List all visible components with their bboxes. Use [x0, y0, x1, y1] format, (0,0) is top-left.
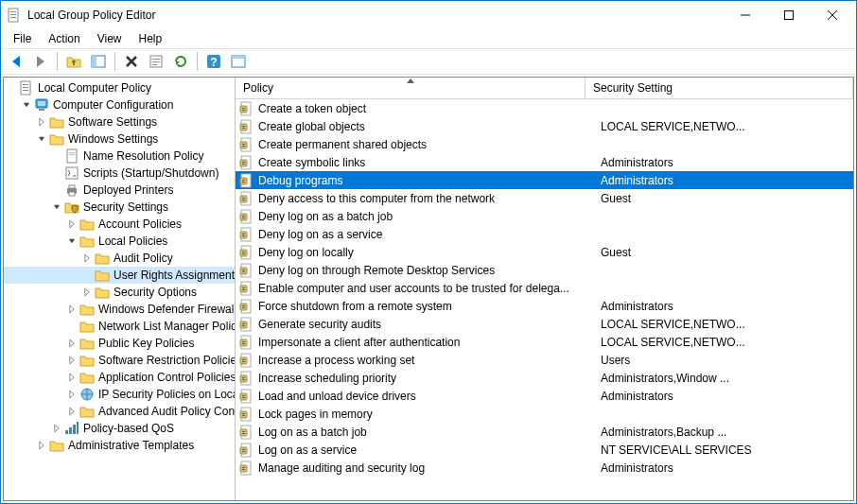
- tree-item[interactable]: Local Computer Policy: [4, 79, 235, 96]
- policy-name: Manage auditing and security log: [258, 461, 601, 475]
- policy-name: Log on as a service: [258, 443, 601, 457]
- policy-row[interactable]: Create a token object: [236, 99, 853, 117]
- tree-item[interactable]: IP Security Policies on Local Computer: [4, 386, 235, 403]
- collapse-icon[interactable]: [64, 234, 79, 249]
- tree-item[interactable]: Network List Manager Policies: [4, 318, 235, 335]
- menu-view[interactable]: View: [89, 30, 131, 47]
- policy-row[interactable]: Deny log on through Remote Desktop Servi…: [236, 261, 853, 279]
- policy-row[interactable]: Impersonate a client after authenticatio…: [236, 333, 853, 351]
- folder-icon: [79, 370, 95, 385]
- tree-item[interactable]: Administrative Templates: [4, 437, 235, 454]
- policy-row[interactable]: Increase a process working setUsers: [236, 351, 853, 369]
- folder-icon: [95, 285, 110, 300]
- expand-icon[interactable]: [64, 370, 79, 385]
- expand-icon[interactable]: [64, 353, 79, 368]
- policy-row[interactable]: Create global objectsLOCAL SERVICE,NETWO…: [236, 117, 853, 135]
- policy-row[interactable]: Create permanent shared objects: [236, 135, 853, 153]
- toolbar-separator: [197, 52, 198, 71]
- tree-item[interactable]: User Rights Assignment: [4, 267, 235, 284]
- maximize-button[interactable]: [767, 1, 811, 29]
- tree-item-label: Computer Configuration: [53, 98, 173, 112]
- menu-action[interactable]: Action: [40, 30, 88, 47]
- list-header: Policy Security Setting: [236, 78, 853, 99]
- refresh-button[interactable]: [169, 51, 192, 72]
- policy-row[interactable]: Create symbolic linksAdministrators: [236, 153, 853, 171]
- policy-row[interactable]: Debug programsAdministrators: [236, 171, 853, 189]
- menu-bar: FileActionViewHelp: [1, 29, 856, 48]
- expand-icon[interactable]: [64, 404, 79, 419]
- policy-item-icon: [239, 209, 254, 224]
- policy-list[interactable]: Create a token objectCreate global objec…: [236, 99, 853, 500]
- tree-item[interactable]: Deployed Printers: [4, 182, 235, 199]
- tree-item[interactable]: Public Key Policies: [4, 335, 235, 352]
- expand-icon[interactable]: [64, 387, 79, 402]
- expand-icon[interactable]: [49, 421, 64, 436]
- show-pane-button[interactable]: [87, 51, 110, 72]
- delete-button[interactable]: [120, 51, 143, 72]
- tree-item[interactable]: Local Policies: [4, 233, 235, 250]
- policy-setting: Administrators: [601, 300, 853, 313]
- policy-row[interactable]: Log on as a serviceNT SERVICE\ALL SERVIC…: [236, 441, 853, 459]
- forward-button[interactable]: [29, 51, 52, 72]
- policy-setting: Administrators: [601, 174, 853, 187]
- tree-item[interactable]: Application Control Policies: [4, 369, 235, 386]
- collapse-icon[interactable]: [34, 131, 49, 147]
- policy-row[interactable]: Log on as a batch jobAdministrators,Back…: [236, 423, 853, 441]
- policy-setting: LOCAL SERVICE,NETWO...: [601, 318, 853, 331]
- policy-row[interactable]: Force shutdown from a remote systemAdmin…: [236, 297, 853, 315]
- tree-item[interactable]: Name Resolution Policy: [4, 148, 235, 165]
- policy-row[interactable]: Lock pages in memory: [236, 405, 853, 423]
- policy-row[interactable]: Enable computer and user accounts to be …: [236, 279, 853, 297]
- tree-item[interactable]: Account Policies: [4, 216, 235, 233]
- policy-row[interactable]: Deny log on locallyGuest: [236, 243, 853, 261]
- expand-icon[interactable]: [64, 302, 79, 317]
- policy-row[interactable]: Deny log on as a batch job: [236, 207, 853, 225]
- tree-item[interactable]: Policy-based QoS: [4, 420, 235, 437]
- folder-icon: [79, 319, 95, 334]
- expand-icon[interactable]: [34, 438, 49, 453]
- action-pane-button[interactable]: [227, 51, 250, 72]
- column-header-setting[interactable]: Security Setting: [586, 78, 853, 98]
- help-button[interactable]: [202, 51, 225, 72]
- column-header-policy[interactable]: Policy: [236, 78, 586, 98]
- expand-icon[interactable]: [79, 251, 95, 266]
- expand-icon[interactable]: [34, 114, 49, 130]
- policy-row[interactable]: Manage auditing and security logAdminist…: [236, 459, 853, 477]
- policy-setting: Users: [601, 354, 853, 367]
- policy-row[interactable]: Deny log on as a service: [236, 225, 853, 243]
- close-button[interactable]: [811, 1, 854, 29]
- up-button[interactable]: [62, 51, 85, 72]
- policy-row[interactable]: Load and unload device driversAdministra…: [236, 387, 853, 405]
- tree-item[interactable]: Windows Defender Firewall with Advanced …: [4, 301, 235, 318]
- policy-item-icon: [239, 281, 254, 296]
- tree-item[interactable]: Windows Settings: [4, 130, 235, 148]
- policy-setting: Administrators,Backup ...: [601, 426, 853, 439]
- navigation-tree[interactable]: Local Computer PolicyComputer Configurat…: [4, 78, 236, 500]
- tree-item[interactable]: Scripts (Startup/Shutdown): [4, 165, 235, 182]
- menu-help[interactable]: Help: [131, 30, 171, 47]
- menu-file[interactable]: File: [5, 30, 40, 47]
- tree-item[interactable]: Security Settings: [4, 199, 235, 216]
- tree-item[interactable]: Advanced Audit Policy Configuration: [4, 403, 235, 420]
- tree-item[interactable]: Software Settings: [4, 113, 235, 130]
- tree-item-label: Name Resolution Policy: [83, 149, 203, 163]
- collapse-icon[interactable]: [19, 97, 34, 113]
- properties-button[interactable]: [145, 51, 167, 72]
- policy-item-icon: [239, 119, 254, 134]
- twisty-spacer: [64, 319, 79, 334]
- policy-row[interactable]: Increase scheduling priorityAdministrato…: [236, 369, 853, 387]
- tree-item[interactable]: Audit Policy: [4, 250, 235, 267]
- policy-row[interactable]: Generate security auditsLOCAL SERVICE,NE…: [236, 315, 853, 333]
- tree-item[interactable]: Software Restriction Policies: [4, 352, 235, 369]
- policy-name: Create symbolic links: [258, 156, 601, 169]
- collapse-icon[interactable]: [49, 200, 64, 215]
- tree-item-label: Policy-based QoS: [83, 422, 174, 435]
- policy-row[interactable]: Deny access to this computer from the ne…: [236, 189, 853, 207]
- tree-item[interactable]: Computer Configuration: [4, 96, 235, 113]
- expand-icon[interactable]: [64, 217, 79, 232]
- minimize-button[interactable]: [724, 1, 767, 29]
- tree-item[interactable]: Security Options: [4, 284, 235, 301]
- back-button[interactable]: [5, 51, 27, 72]
- expand-icon[interactable]: [64, 336, 79, 351]
- expand-icon[interactable]: [79, 285, 95, 300]
